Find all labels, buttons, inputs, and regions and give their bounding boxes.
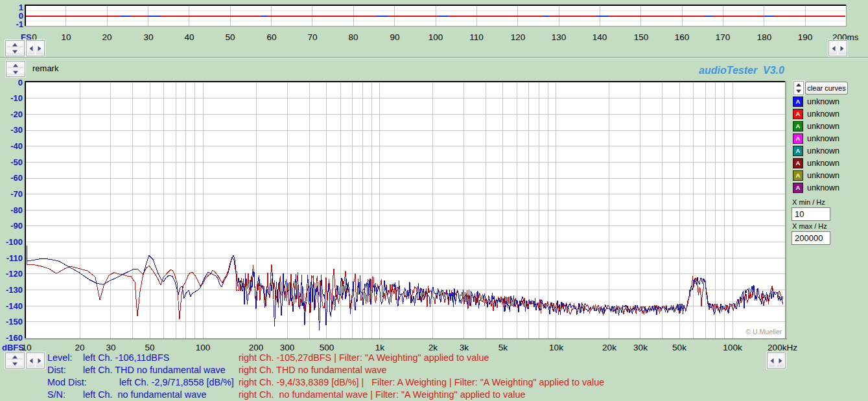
- svg-text:© U.Mueller: © U.Mueller: [745, 328, 782, 336]
